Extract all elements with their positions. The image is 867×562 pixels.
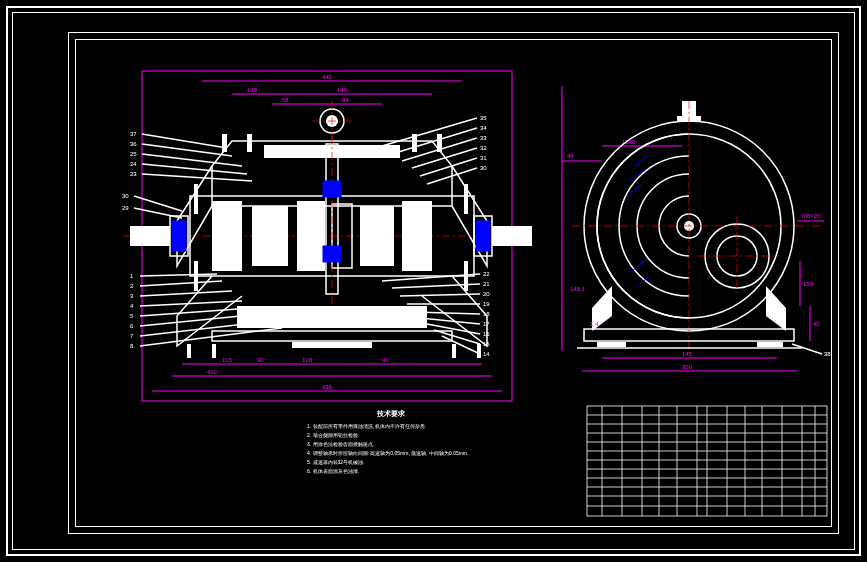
svg-rect-81 bbox=[757, 342, 783, 347]
svg-line-25 bbox=[412, 148, 477, 168]
svg-text:29: 29 bbox=[122, 205, 129, 211]
d-118: 118 bbox=[302, 357, 313, 363]
dim-149: 149 bbox=[337, 87, 348, 93]
svg-text:31: 31 bbox=[480, 155, 487, 161]
base-foot bbox=[292, 342, 372, 348]
svg-line-45 bbox=[140, 328, 282, 346]
svg-text:15: 15 bbox=[483, 341, 490, 347]
svg-text:33: 33 bbox=[480, 135, 487, 141]
svg-rect-4 bbox=[194, 184, 198, 214]
svg-rect-8 bbox=[187, 344, 191, 358]
svg-text:20: 20 bbox=[483, 291, 490, 297]
svg-rect-1 bbox=[247, 134, 252, 152]
bottom-block bbox=[237, 306, 427, 328]
svg-rect-80 bbox=[616, 342, 626, 347]
d-14: 1.4 bbox=[590, 321, 599, 327]
b-38: 38 bbox=[824, 351, 831, 357]
svg-rect-11 bbox=[477, 344, 481, 358]
svg-text:1: 1 bbox=[130, 273, 134, 279]
svg-text:4: 4 bbox=[130, 303, 134, 309]
gear-3 bbox=[297, 201, 325, 271]
svg-text:23: 23 bbox=[130, 171, 137, 177]
svg-line-59 bbox=[420, 318, 480, 324]
svg-text:37: 37 bbox=[130, 131, 137, 137]
svg-text:30: 30 bbox=[122, 193, 129, 199]
drawing-area: 445 148 149 58 84 bbox=[82, 46, 825, 520]
gear-2 bbox=[252, 206, 288, 266]
drawing-sheet: 445 148 149 58 84 bbox=[68, 32, 839, 534]
technical-notes: 技术要求 1. 装配前所有零件用煤油清洗, 机体内不许有任何杂质. 2. 啮合侧… bbox=[307, 410, 468, 474]
d-90: 90 bbox=[382, 357, 389, 363]
d-1481: 148.1 bbox=[570, 286, 586, 292]
svg-text:35: 35 bbox=[480, 115, 487, 121]
d-b145: 145 bbox=[682, 351, 693, 357]
svg-text:2: 2 bbox=[130, 283, 134, 289]
d-150: 150 bbox=[803, 281, 814, 287]
inner-sheet-border: 445 148 149 58 84 bbox=[75, 39, 832, 527]
d-40: 40 bbox=[813, 321, 820, 327]
svg-text:34: 34 bbox=[480, 125, 487, 131]
svg-line-56 bbox=[400, 294, 480, 296]
note-4: 4. 调整轴承时所留轴向间隙: 高速轴为0.05mm, 低速轴, 中间轴为0.0… bbox=[307, 450, 468, 456]
notes-title: 技术要求 bbox=[376, 410, 406, 418]
svg-line-40 bbox=[140, 291, 232, 296]
d-48: 48 bbox=[567, 153, 574, 159]
svg-text:6: 6 bbox=[130, 323, 134, 329]
svg-text:5: 5 bbox=[130, 313, 134, 319]
cad-drawing: 445 148 149 58 84 bbox=[82, 46, 842, 526]
d-m8: M8×20 bbox=[802, 213, 821, 219]
gear-5 bbox=[402, 201, 432, 271]
svg-rect-6 bbox=[194, 261, 198, 291]
gear-4 bbox=[360, 206, 394, 266]
d-b300: 300 bbox=[682, 364, 693, 370]
balloons-mid-left: 30 29 bbox=[122, 193, 182, 218]
svg-text:16: 16 bbox=[483, 331, 490, 337]
svg-text:36: 36 bbox=[130, 141, 137, 147]
svg-line-88 bbox=[792, 344, 822, 354]
front-view: 445 148 149 58 84 bbox=[122, 71, 532, 401]
d-436: 436 bbox=[322, 384, 333, 390]
svg-text:25: 25 bbox=[130, 151, 137, 157]
note-2: 2. 啮合侧隙用铅丝检验. bbox=[307, 432, 359, 438]
side-hatch bbox=[627, 156, 650, 286]
svg-line-13 bbox=[142, 144, 232, 156]
foot-right bbox=[766, 286, 786, 331]
d-412: 412 bbox=[207, 369, 218, 375]
svg-rect-7 bbox=[464, 261, 468, 291]
svg-line-16 bbox=[142, 174, 252, 181]
d-30: 30 bbox=[257, 357, 264, 363]
shaft-right-ext bbox=[492, 226, 532, 246]
svg-text:24: 24 bbox=[130, 161, 137, 167]
svg-line-15 bbox=[142, 164, 247, 174]
svg-text:30: 30 bbox=[480, 165, 487, 171]
svg-rect-10 bbox=[452, 344, 456, 358]
vshaft-hatch-2 bbox=[323, 246, 341, 262]
svg-text:19: 19 bbox=[483, 301, 490, 307]
svg-line-60 bbox=[427, 324, 480, 334]
dim-445: 445 bbox=[322, 74, 333, 80]
dim-58: 58 bbox=[282, 97, 289, 103]
d-115: 115 bbox=[222, 357, 233, 363]
hatch-r1 bbox=[476, 221, 490, 251]
hatch-l1 bbox=[172, 221, 186, 251]
shaft-left-ext bbox=[130, 226, 170, 246]
dim-148: 148 bbox=[247, 87, 258, 93]
svg-text:32: 32 bbox=[480, 145, 487, 151]
title-block bbox=[587, 406, 827, 516]
note-1: 1. 装配前所有零件用煤油清洗, 机体内不许有任何杂质. bbox=[307, 423, 427, 429]
svg-text:7: 7 bbox=[130, 333, 134, 339]
svg-text:21: 21 bbox=[483, 281, 490, 287]
note-6: 6. 机体表面涂灰色油漆. bbox=[307, 468, 359, 474]
svg-rect-9 bbox=[212, 344, 216, 358]
note-5: 5. 减速器内装32号机械油. bbox=[307, 459, 365, 465]
svg-text:14: 14 bbox=[483, 351, 490, 357]
dim-84: 84 bbox=[342, 97, 349, 103]
gear-1 bbox=[212, 201, 242, 271]
svg-line-41 bbox=[140, 301, 242, 306]
svg-rect-0 bbox=[222, 134, 227, 152]
svg-text:8: 8 bbox=[130, 343, 134, 349]
svg-line-39 bbox=[140, 281, 222, 286]
side-view: 48 1240 bbox=[562, 86, 831, 371]
svg-text:17: 17 bbox=[483, 321, 490, 327]
balloons-left-top: 37 36 25 24 23 bbox=[130, 131, 252, 181]
